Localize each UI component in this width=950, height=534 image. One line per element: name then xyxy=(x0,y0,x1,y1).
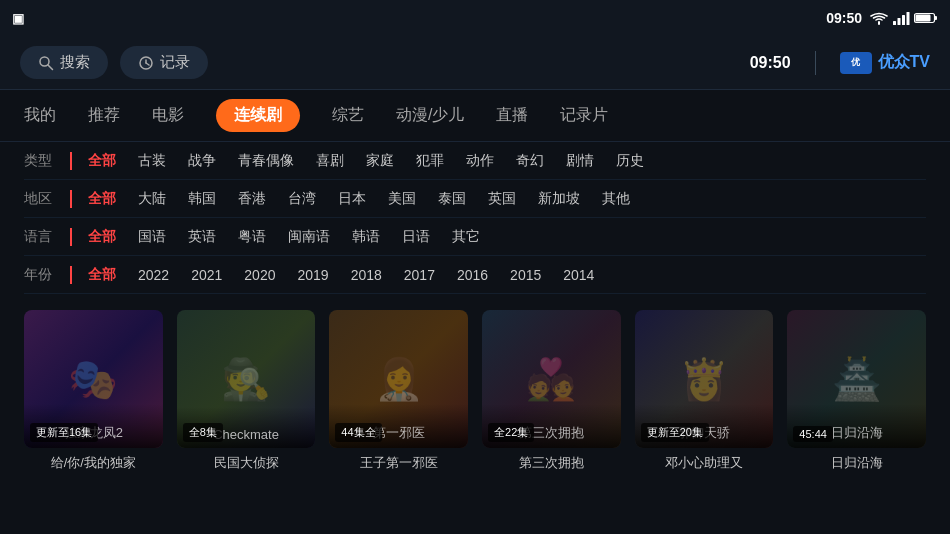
filter-divider xyxy=(70,266,72,284)
content-card-card4[interactable]: 💑第三次拥抱全22集第三次拥抱 xyxy=(482,310,621,472)
tab-movie[interactable]: 电影 xyxy=(152,99,184,132)
card-title: 王子第一邪医 xyxy=(329,454,468,472)
filter-item-2017[interactable]: 2017 xyxy=(404,267,435,283)
content-card-card2[interactable]: 🕵️Checkmate全8集民国大侦探 xyxy=(177,310,316,472)
filter-item-all[interactable]: 全部 xyxy=(88,190,116,208)
filter-item-drama[interactable]: 剧情 xyxy=(566,152,594,170)
nav-divider xyxy=(815,51,816,75)
nav-brand: 优 优众TV xyxy=(840,52,930,74)
svg-rect-2 xyxy=(902,15,905,25)
filter-label: 类型 xyxy=(24,152,70,170)
card-image: 🕵️Checkmate全8集 xyxy=(177,310,316,448)
filter-item-mandarin[interactable]: 国语 xyxy=(138,228,166,246)
tab-recommend[interactable]: 推荐 xyxy=(88,99,120,132)
filter-divider xyxy=(70,152,72,170)
filter-item-uk[interactable]: 英国 xyxy=(488,190,516,208)
content-card-card1[interactable]: 🎭独家龙凤2更新至16集给/你/我的独家 xyxy=(24,310,163,472)
filter-item-usa[interactable]: 美国 xyxy=(388,190,416,208)
nav-time: 09:50 xyxy=(750,54,791,72)
svg-rect-0 xyxy=(893,21,896,25)
tab-anime[interactable]: 动漫/少儿 xyxy=(396,99,464,132)
filter-row-年份: 年份全部202220212020201920182017201620152014 xyxy=(24,256,926,294)
svg-rect-5 xyxy=(935,16,938,20)
filter-item-hongkong[interactable]: 香港 xyxy=(238,190,266,208)
tab-my[interactable]: 我的 xyxy=(24,99,56,132)
history-icon xyxy=(138,55,154,71)
status-time: 09:50 xyxy=(826,10,862,26)
card-image: 👸邪御天骄更新至20集 xyxy=(635,310,774,448)
content-card-card3[interactable]: 👩‍⚕️第一邪医44集全王子第一邪医 xyxy=(329,310,468,472)
filter-item-family[interactable]: 家庭 xyxy=(366,152,394,170)
category-tabs: 我的推荐电影连续剧综艺动漫/少儿直播记录片 xyxy=(0,90,950,142)
card-image: 👩‍⚕️第一邪医44集全 xyxy=(329,310,468,448)
filter-item-japan[interactable]: 日本 xyxy=(338,190,366,208)
filter-item-2021[interactable]: 2021 xyxy=(191,267,222,283)
filter-item-minnan[interactable]: 闽南语 xyxy=(288,228,330,246)
filter-item-thailand[interactable]: 泰国 xyxy=(438,190,466,208)
card-title: 日归沿海 xyxy=(787,454,926,472)
filter-items: 全部国语英语粤语闽南语韩语日语其它 xyxy=(88,228,480,246)
status-bar: ▣ 09:50 xyxy=(0,0,950,36)
history-label: 记录 xyxy=(160,53,190,72)
card-image: 🎭独家龙凤2更新至16集 xyxy=(24,310,163,448)
filter-item-all[interactable]: 全部 xyxy=(88,228,116,246)
wifi-icon xyxy=(870,11,888,25)
card-image: 💑第三次拥抱全22集 xyxy=(482,310,621,448)
filter-item-cantonese[interactable]: 粤语 xyxy=(238,228,266,246)
filter-item-2020[interactable]: 2020 xyxy=(244,267,275,283)
filter-item-comedy[interactable]: 喜剧 xyxy=(316,152,344,170)
filter-item-korean[interactable]: 韩语 xyxy=(352,228,380,246)
brand-name: 优众TV xyxy=(878,52,930,73)
content-card-card6[interactable]: 🏯日归沿海45:44日归沿海 xyxy=(787,310,926,472)
tab-live[interactable]: 直播 xyxy=(496,99,528,132)
filter-items: 全部古装战争青春偶像喜剧家庭犯罪动作奇幻剧情历史 xyxy=(88,152,644,170)
filter-item-mainland[interactable]: 大陆 xyxy=(138,190,166,208)
card-badge: 44集全 xyxy=(335,423,381,442)
filter-item-fantasy[interactable]: 奇幻 xyxy=(516,152,544,170)
filter-item-ancient[interactable]: 古装 xyxy=(138,152,166,170)
card-title: 给/你/我的独家 xyxy=(24,454,163,472)
filter-item-japanese[interactable]: 日语 xyxy=(402,228,430,246)
content-card-card5[interactable]: 👸邪御天骄更新至20集邓小心助理又 xyxy=(635,310,774,472)
filter-item-2016[interactable]: 2016 xyxy=(457,267,488,283)
filter-item-action[interactable]: 动作 xyxy=(466,152,494,170)
status-icons xyxy=(870,11,938,25)
filter-item-all[interactable]: 全部 xyxy=(88,266,116,284)
card-badge: 45:44 xyxy=(793,426,833,442)
tab-variety[interactable]: 综艺 xyxy=(332,99,364,132)
filter-item-2019[interactable]: 2019 xyxy=(297,267,328,283)
filter-divider xyxy=(70,228,72,246)
filter-item-2014[interactable]: 2014 xyxy=(563,267,594,283)
filter-item-singapore[interactable]: 新加坡 xyxy=(538,190,580,208)
filter-divider xyxy=(70,190,72,208)
filter-item-history[interactable]: 历史 xyxy=(616,152,644,170)
search-button[interactable]: 搜索 xyxy=(20,46,108,79)
filter-item-2018[interactable]: 2018 xyxy=(351,267,382,283)
search-label: 搜索 xyxy=(60,53,90,72)
status-right: 09:50 xyxy=(826,10,938,26)
filter-item-all[interactable]: 全部 xyxy=(88,152,116,170)
filter-item-taiwan[interactable]: 台湾 xyxy=(288,190,316,208)
filter-row-地区: 地区全部大陆韩国香港台湾日本美国泰国英国新加坡其他 xyxy=(24,180,926,218)
tab-documentary[interactable]: 记录片 xyxy=(560,99,608,132)
battery-icon xyxy=(914,11,938,25)
filter-item-other[interactable]: 其他 xyxy=(602,190,630,208)
filter-item-english[interactable]: 英语 xyxy=(188,228,216,246)
filter-item-2015[interactable]: 2015 xyxy=(510,267,541,283)
svg-rect-1 xyxy=(898,18,901,25)
tab-series[interactable]: 连续剧 xyxy=(216,99,300,132)
filter-item-other[interactable]: 其它 xyxy=(452,228,480,246)
filter-items: 全部202220212020201920182017201620152014 xyxy=(88,266,594,284)
filter-item-2022[interactable]: 2022 xyxy=(138,267,169,283)
content-grid: 🎭独家龙凤2更新至16集给/你/我的独家🕵️Checkmate全8集民国大侦探👩… xyxy=(0,294,950,472)
card-title: 民国大侦探 xyxy=(177,454,316,472)
filter-item-war[interactable]: 战争 xyxy=(188,152,216,170)
filter-item-youth[interactable]: 青春偶像 xyxy=(238,152,294,170)
top-nav: 搜索 记录 09:50 优 优众TV xyxy=(0,36,950,90)
filter-item-crime[interactable]: 犯罪 xyxy=(416,152,444,170)
card-image: 🏯日归沿海45:44 xyxy=(787,310,926,448)
filter-item-korea[interactable]: 韩国 xyxy=(188,190,216,208)
history-button[interactable]: 记录 xyxy=(120,46,208,79)
svg-rect-6 xyxy=(916,15,931,22)
filter-label: 地区 xyxy=(24,190,70,208)
